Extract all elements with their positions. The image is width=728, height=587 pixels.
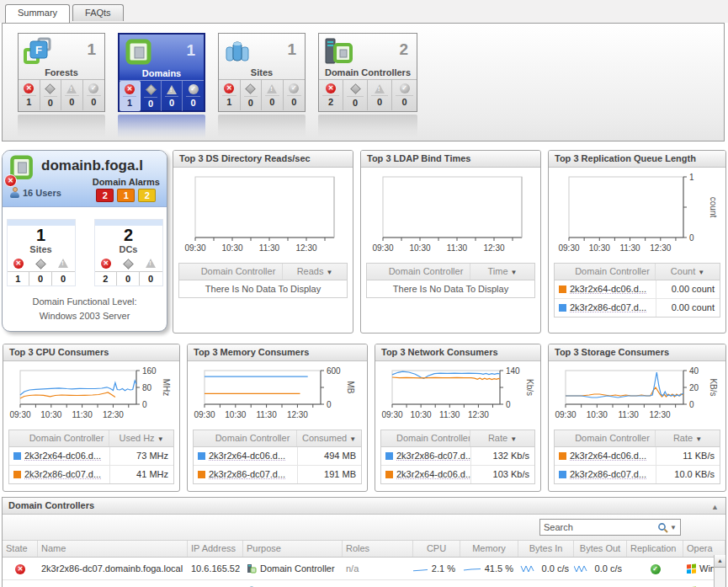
legend-col-rate[interactable]: Rate▼ (655, 430, 720, 446)
legend-col-domain-controller: Domain Controller (194, 264, 282, 280)
warning-count: 0 (371, 95, 388, 107)
col-bytes-in[interactable]: Bytes In (518, 541, 574, 557)
search-box[interactable]: ▼ (539, 519, 681, 536)
series-swatch (13, 452, 21, 460)
tile-status-bar: 1 0 0 0 (19, 80, 104, 110)
sites-mini-tile[interactable]: 1 Sites 1 0 0 (7, 219, 76, 286)
col-bytes-out[interactable]: Bytes Out (574, 541, 627, 557)
replication-queue-legend: Domain Controller Count▼ 2k3r2x64-dc06.d… (554, 263, 720, 318)
critical-count: 0 (44, 96, 58, 108)
normal-icon (88, 83, 98, 93)
dc-name-link[interactable]: 2k3r2x64-dc06.d... (570, 447, 656, 465)
fatal-alarm-badge[interactable]: 2 (96, 189, 114, 202)
legend-col-rate[interactable]: Rate▼ (470, 430, 534, 446)
legend-col-domain-controller: Domain Controller (396, 430, 470, 446)
legend-row[interactable]: 2k3r2x86-dc07.d... 10.0 KB/s (555, 466, 720, 483)
table-row[interactable]: 2k3r2x64-dc06.domainb.foga.local 10.6.16… (3, 580, 725, 587)
domain-controller-purpose-icon (247, 563, 257, 574)
legend-row[interactable]: 2k3r2x64-dc06.d... 0.00 count (555, 280, 720, 299)
legend-col-used-hz[interactable]: Used Hz▼ (109, 430, 173, 446)
dc-name-link[interactable]: 2k3r2x86-dc07.d... (396, 447, 470, 465)
legend-row[interactable]: 2k3r2x64-dc06.d... 494 MB (194, 447, 361, 466)
tab-faqts[interactable]: FAQts (72, 4, 124, 21)
series-swatch (559, 452, 566, 460)
alarms-label: Domain Alarms (93, 177, 160, 187)
search-input[interactable] (540, 522, 657, 532)
tile-sites[interactable]: 1 Sites 1 0 0 0 (218, 33, 306, 112)
svg-text:09:30: 09:30 (555, 410, 576, 419)
domain-controller-icon (323, 37, 353, 66)
dc-name-link[interactable]: 2k3r2x64-dc06.d... (24, 447, 109, 465)
col-replication[interactable]: Replication (627, 541, 683, 557)
tile-domain-controllers[interactable]: 2 Domain Controllers 2 0 0 0 (318, 33, 417, 112)
svg-text:11:30: 11:30 (619, 410, 640, 419)
warning-alarm-badge[interactable]: 2 (138, 189, 156, 202)
tab-summary[interactable]: Summary (5, 4, 70, 23)
legend-row[interactable]: 2k3r2x86-dc07.d... 41 MHz (9, 466, 173, 483)
legend-col-consumed[interactable]: Consumed▼ (296, 430, 361, 446)
dcs-label: DCs (95, 244, 162, 254)
legend-row[interactable]: 2k3r2x86-dc07.d... 0.00 count (555, 299, 720, 317)
dc-name-link[interactable]: 2k3r2x86-dc07.domainb.foga.local (38, 563, 188, 574)
table-scrollbar[interactable]: ▲ (714, 555, 725, 587)
svg-text:0: 0 (689, 400, 694, 409)
dcs-mini-tile[interactable]: 2 DCs 2 0 0 (94, 219, 163, 286)
legend-row[interactable]: 2k3r2x64-dc06.d... 73 MHz (9, 447, 173, 466)
memory-value: 41.5 % (485, 563, 513, 574)
normal-count: 0 (186, 96, 200, 108)
fatal-icon (125, 84, 135, 94)
panel-title: Top 3 Replication Queue Length (549, 151, 725, 168)
svg-text:20: 20 (689, 383, 699, 392)
col-roles[interactable]: Roles (343, 541, 413, 557)
search-icon[interactable] (657, 522, 668, 533)
domain-summary-card[interactable]: domainb.foga.l 16 Users Domain Alarms 2 … (2, 150, 167, 332)
critical-alarm-badge[interactable]: 1 (117, 189, 135, 202)
svg-text:11:30: 11:30 (72, 410, 93, 419)
bytes-in-value: 0.0 c/s (542, 563, 569, 574)
scroll-up-icon[interactable]: ▲ (715, 555, 725, 568)
tile-forests[interactable]: F 1 Forests 1 0 0 0 (18, 33, 105, 112)
critical-icon (45, 83, 56, 94)
panel-cpu-consumers: Top 3 CPU Consumers 09:3010:3011:3012:30… (3, 344, 180, 492)
table-row[interactable]: 2k3r2x86-dc07.domainb.foga.local 10.6.16… (3, 558, 725, 580)
legend-col-time[interactable]: Time▼ (470, 264, 534, 280)
legend-row[interactable]: 2k3r2x86-dc07.d... 132 Kb/s (381, 447, 534, 466)
dc-name-link[interactable]: 2k3r2x86-dc07.d... (24, 466, 109, 483)
collapse-icon[interactable]: ▲ (711, 499, 719, 515)
table-header-row: State Name IP Address Purpose Roles CPU … (3, 540, 725, 558)
col-cpu[interactable]: CPU (413, 541, 460, 557)
warning-count: 0 (52, 272, 75, 285)
legend-col-reads[interactable]: Reads▼ (282, 264, 347, 280)
dc-name-link[interactable]: 2k3r2x86-dc07.d... (209, 466, 297, 483)
svg-text:F: F (35, 44, 42, 56)
legend-row[interactable]: 2k3r2x64-dc06.d... 103 Kb/s (381, 466, 534, 483)
svg-text:1: 1 (689, 173, 694, 182)
purpose-label: Domain Controller (260, 563, 335, 574)
col-ip-address[interactable]: IP Address (188, 541, 243, 557)
dc-name-link[interactable]: 2k3r2x64-dc06.d... (570, 280, 656, 298)
legend-row[interactable]: 2k3r2x64-dc06.d... 11 KB/s (555, 447, 720, 466)
legend-row[interactable]: 2k3r2x86-dc07.d... 191 MB (194, 466, 361, 483)
col-memory[interactable]: Memory (460, 541, 518, 557)
users-count-label: 16 Users (23, 188, 61, 198)
fatal-icon (101, 259, 111, 269)
storage-consumers-chart: 09:3010:3011:3012:3002040KB/s (549, 364, 725, 428)
dc-name-link[interactable]: 2k3r2x86-dc07.d... (570, 299, 656, 317)
dc-name-link[interactable]: 2k3r2x64-dc06.d... (209, 447, 297, 465)
panel-network-consumers: Top 3 Network Consumers 09:3010:3011:301… (375, 344, 541, 492)
col-purpose[interactable]: Purpose (243, 541, 343, 557)
tile-domains[interactable]: 1 Domains 1 0 0 0 (118, 33, 205, 112)
col-name[interactable]: Name (38, 541, 188, 557)
col-state[interactable]: State (3, 541, 38, 557)
dc-name-link[interactable]: 2k3r2x86-dc07.d... (570, 466, 656, 483)
legend-col-count[interactable]: Count▼ (655, 264, 720, 280)
metric-value: 132 Kb/s (470, 447, 534, 465)
svg-text:09:30: 09:30 (372, 243, 393, 253)
series-swatch (559, 285, 566, 293)
metric-value: 103 Kb/s (470, 466, 534, 483)
search-options-caret-icon[interactable]: ▼ (670, 524, 677, 531)
warning-icon (146, 259, 156, 268)
svg-text:600: 600 (327, 366, 341, 376)
tile-reflection (218, 115, 306, 138)
dc-name-link[interactable]: 2k3r2x64-dc06.d... (396, 466, 470, 483)
